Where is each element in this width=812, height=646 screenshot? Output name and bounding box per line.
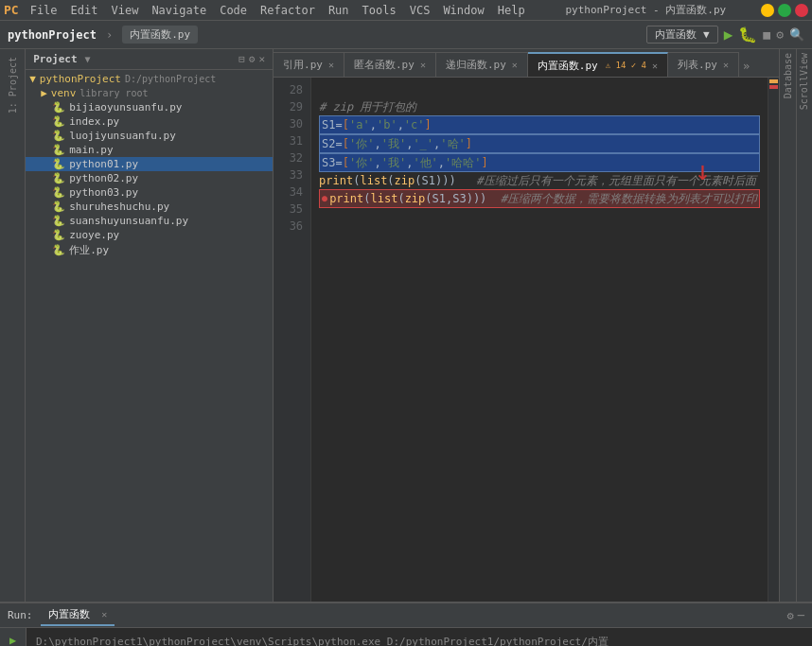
line-numbers: 28 29 30 31 32 33 34 35 36: [274, 78, 311, 602]
main-content: 1: Project Project ▼ ⊟ ⚙ ✕ ▼ pythonProje…: [0, 49, 812, 602]
tree-file-index[interactable]: 🐍 index.py: [26, 114, 273, 129]
tab-liebiao[interactable]: 列表.py ✕: [668, 52, 739, 77]
tab-niming-close[interactable]: ✕: [420, 60, 426, 70]
editor-tabs: 引用.py ✕ 匿名函数.py ✕ 递归函数.py ✕ 内置函数.py ⚠ 14…: [274, 49, 779, 78]
code-s1-b: 'b': [377, 116, 397, 133]
line-num-30: 30: [281, 115, 303, 132]
code-editor[interactable]: # zip 用于打包的 S1=['a','b','c'] S2=['你','我'…: [311, 78, 768, 602]
run-config-dropdown[interactable]: 内置函数 ▼: [646, 26, 717, 44]
minimize-icon[interactable]: ─: [798, 609, 804, 622]
tree-file-shuru[interactable]: 🐍 shuruheshuchu.py: [26, 200, 273, 214]
tab-liebiao-label: 列表.py: [678, 58, 717, 72]
run-tab[interactable]: 内置函数 ✕: [41, 604, 115, 626]
tab-neizhi[interactable]: 内置函数.py ⚠ 14 ✓ 4 ✕: [528, 52, 668, 77]
menu-window[interactable]: Window: [437, 2, 489, 19]
line-num-32: 32: [281, 149, 303, 166]
bottom-tabs: Run: 内置函数 ✕ ⚙ ─: [0, 603, 812, 628]
code-line-32: S3=['你','我','他','哈哈']: [319, 153, 760, 172]
database-label[interactable]: Database: [781, 49, 795, 102]
tree-root[interactable]: ▼ pythonProject D:/pythonProject: [26, 72, 273, 86]
tree-file-luoji[interactable]: 🐍 luojiyunsuanfu.py: [26, 129, 273, 143]
code-s2-assign: S2=: [322, 135, 343, 152]
window-maximize-button[interactable]: [778, 4, 791, 17]
menu-help[interactable]: Help: [492, 2, 531, 19]
menu-run[interactable]: Run: [323, 2, 355, 19]
py-icon: 🐍: [52, 115, 65, 128]
panel-controls: ⊟ ⚙ ✕: [238, 53, 265, 65]
tab-yinyong-label: 引用.py: [283, 58, 323, 72]
settings-button[interactable]: ⚙: [249, 53, 256, 65]
file-zuoye-cn: 作业.py: [69, 243, 109, 257]
file-bijiao: bijiaoyunsuanfu.py: [69, 101, 182, 113]
hide-panel-button[interactable]: ✕: [258, 53, 265, 65]
menu-navigate[interactable]: Navigate: [146, 2, 212, 19]
run-button[interactable]: ▶: [724, 26, 733, 44]
menu-view[interactable]: View: [105, 2, 144, 19]
tree-file-python02[interactable]: 🐍 python02.py: [26, 171, 273, 185]
menu-file[interactable]: File: [25, 2, 63, 19]
settings-icon[interactable]: ⚙: [787, 609, 794, 622]
console-output: D:\pythonProject1\pythonProject\venv\Scr…: [26, 628, 812, 646]
tab-yinyong-close[interactable]: ✕: [328, 60, 334, 70]
line-num-28: 28: [281, 81, 303, 98]
folder-icon: ▼: [29, 73, 36, 85]
database-sidebar[interactable]: Database: [779, 49, 795, 602]
search-everywhere-button[interactable]: 🔍: [789, 27, 804, 42]
venv-sub: library root: [79, 88, 148, 98]
menu-bar: PC File Edit View Navigate Code Refactor…: [0, 0, 812, 21]
tree-file-python03[interactable]: 🐍 python03.py: [26, 185, 273, 200]
window-minimize-button[interactable]: [761, 4, 774, 17]
tab-digui-close[interactable]: ✕: [512, 60, 518, 70]
menu-vcs[interactable]: VCS: [404, 2, 436, 19]
tab-yinyong[interactable]: 引用.py ✕: [274, 52, 344, 77]
tree-file-zuoye-cn[interactable]: 🐍 作业.py: [26, 242, 273, 258]
scroll-view-sidebar[interactable]: ScrollView: [796, 49, 812, 602]
breakpoint-indicator: ●: [322, 190, 327, 207]
code-line-33: print(list(zip(S1))) #压缩过后只有一个元素，元组里面只有一…: [319, 172, 760, 189]
file-tree-title: Project: [33, 53, 77, 65]
tree-venv[interactable]: ▶ venv library root: [26, 86, 273, 100]
menu-code[interactable]: Code: [214, 2, 253, 19]
line-num-36: 36: [281, 218, 303, 235]
tab-niming[interactable]: 匿名函数.py ✕: [344, 52, 436, 77]
red-arrow-annotation: ↓: [695, 163, 711, 180]
line-num-34: 34: [281, 183, 303, 201]
run-tab-close[interactable]: ✕: [101, 609, 107, 620]
menu-tools[interactable]: Tools: [357, 2, 402, 19]
tab-liebiao-close[interactable]: ✕: [723, 60, 729, 70]
project-sidebar-label[interactable]: 1: Project: [6, 53, 20, 117]
root-path: D:/pythonProject: [125, 74, 216, 84]
tab-neizhi-close[interactable]: ✕: [652, 61, 658, 71]
menu-edit[interactable]: Edit: [65, 2, 104, 19]
stop-button[interactable]: ■: [763, 27, 770, 42]
code-bracket-open: [: [343, 116, 349, 133]
code-line-36: [319, 225, 760, 242]
run-config-label: 内置函数 ▼: [655, 27, 709, 42]
scrollview-label[interactable]: ScrollView: [797, 49, 811, 113]
tree-file-python01[interactable]: 🐍 python01.py: [26, 157, 273, 171]
tab-scroll-button[interactable]: »: [739, 56, 753, 77]
menu-refactor[interactable]: Refactor: [255, 2, 321, 19]
tab-digui[interactable]: 递归函数.py ✕: [436, 52, 528, 77]
tree-file-zuoye[interactable]: 🐍 zuoye.py: [26, 228, 273, 242]
file-tree-content: ▼ pythonProject D:/pythonProject ▶ venv …: [26, 70, 273, 602]
py-icon: 🐍: [52, 101, 65, 113]
panel-dropdown-icon[interactable]: ▼: [85, 54, 91, 64]
code-s1-c: 'c': [404, 116, 425, 133]
tree-file-suanshu[interactable]: 🐍 suanshuyunsuanfu.py: [26, 214, 273, 228]
window-close-button[interactable]: [795, 4, 808, 17]
collapse-all-button[interactable]: ⊟: [238, 53, 245, 65]
build-button[interactable]: ⚙: [776, 27, 784, 42]
app-logo: PC: [4, 3, 19, 17]
play-icon[interactable]: ▶: [8, 632, 18, 646]
run-label: Run:: [8, 609, 33, 621]
root-label: pythonProject: [40, 73, 121, 85]
file-python03: python03.py: [69, 186, 138, 199]
tree-file-bijiao[interactable]: 🐍 bijiaoyunsuanfu.py: [26, 100, 273, 114]
line-num-31: 31: [281, 132, 303, 149]
tree-file-main[interactable]: 🐍 main.py: [26, 143, 273, 157]
run-controls: 内置函数 ▼ ▶ 🐛 ■ ⚙ 🔍: [646, 26, 804, 44]
py-icon: 🐍: [52, 215, 65, 227]
debug-button[interactable]: 🐛: [738, 26, 757, 44]
file-tree-panel: Project ▼ ⊟ ⚙ ✕ ▼ pythonProject D:/pytho…: [26, 49, 274, 602]
